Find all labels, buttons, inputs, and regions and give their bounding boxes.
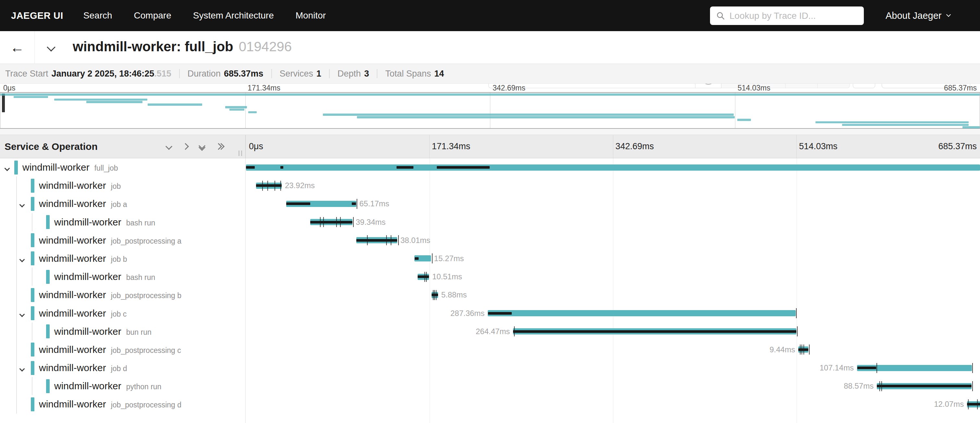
span-color-indicator — [31, 197, 34, 211]
timeline-column-header: Service & Operation 0μs171.34ms342.69ms5… — [0, 135, 980, 158]
chevron-down-icon — [946, 12, 950, 17]
span-name-row[interactable]: windmill-workerjob d — [0, 359, 245, 377]
tree-guide-line — [16, 250, 17, 268]
span-log-tick — [386, 235, 387, 245]
span-log-tick — [353, 217, 354, 227]
meta-label: Services — [280, 69, 313, 79]
meta-separator — [329, 69, 330, 78]
service-name: windmill-worker — [54, 323, 121, 340]
span-duration-label: 12.07ms — [934, 395, 964, 413]
critical-path-segment — [396, 166, 414, 169]
service-name: windmill-worker — [22, 158, 89, 177]
span-color-indicator — [46, 379, 50, 393]
minimap-span-row — [0, 101, 980, 103]
expand-all-button[interactable] — [216, 144, 224, 149]
expander-icon[interactable] — [20, 366, 24, 372]
span-name-row[interactable]: windmill-workerjob b — [0, 250, 245, 268]
expander-icon[interactable] — [20, 257, 24, 263]
expander-icon[interactable] — [5, 166, 9, 172]
about-jaeger-menu[interactable]: About Jaeger — [886, 0, 950, 31]
span-duration-label: 38.01ms — [401, 231, 430, 250]
minimap-span-bar — [86, 101, 142, 103]
span-name-row[interactable]: windmill-workerpython run — [0, 377, 245, 395]
trace-lookup-input[interactable] — [729, 11, 853, 21]
back-button[interactable]: ← — [0, 31, 35, 64]
span-name-row[interactable]: windmill-workerjob — [0, 177, 245, 195]
span-name-row[interactable]: windmill-workerjob_postprocessing d — [0, 395, 245, 413]
operation-name: bun run — [126, 323, 151, 341]
span-name-row[interactable]: windmill-workerjob c — [0, 304, 245, 323]
span-name-row[interactable]: windmill-workerjob a — [0, 195, 245, 213]
tree-guide-line — [16, 231, 17, 250]
span-duration-label: 39.34ms — [356, 213, 385, 231]
time-gridline — [429, 135, 430, 158]
minimap-span-bar — [323, 113, 733, 116]
collapse-all-button[interactable] — [200, 143, 204, 150]
trace-id: 0194296 — [239, 39, 292, 54]
app-brand[interactable]: JAEGER UI — [11, 10, 63, 21]
about-jaeger-label: About Jaeger — [886, 10, 942, 21]
span-log-tick — [433, 290, 434, 300]
tree-guide-line — [16, 195, 17, 213]
span-log-tick — [802, 345, 802, 355]
minimap-span-row — [0, 116, 980, 119]
nav-link-compare[interactable]: Compare — [134, 10, 171, 21]
minimap-span-bar — [148, 103, 202, 106]
minimap-span-bar — [248, 111, 257, 113]
meta-item: Trace StartJanuary 2 2025, 18:46:25.515 — [5, 69, 171, 79]
span-timeline-row: 65.17ms — [246, 195, 980, 213]
span-bar[interactable] — [246, 164, 980, 171]
operation-name: job_postprocessing a — [111, 232, 181, 250]
trace-collapse-toggle[interactable] — [48, 44, 54, 52]
expand-one-button[interactable] — [183, 144, 188, 149]
span-name-row[interactable]: windmill-workerfull_job — [0, 158, 245, 177]
critical-path-segment — [256, 184, 282, 187]
tree-guide-line — [32, 323, 32, 340]
span-name-row[interactable]: windmill-workerjob_postprocessing a — [0, 231, 245, 250]
span-log-tick — [425, 272, 425, 282]
operation-name: job_postprocessing c — [111, 341, 181, 359]
meta-value: 685.37ms — [224, 69, 264, 79]
operation-name: job b — [111, 250, 127, 268]
tree-guide-line — [16, 395, 17, 413]
collapse-one-button[interactable] — [167, 144, 171, 149]
span-name-row[interactable]: windmill-workerbash run — [0, 213, 245, 231]
span-name-row[interactable]: windmill-workerbun run — [0, 323, 245, 340]
minimap-span-bar — [225, 106, 247, 108]
span-name-row[interactable]: windmill-workerjob_postprocessing b — [0, 286, 245, 304]
time-tick-label: 171.34ms — [248, 84, 280, 92]
service-operation-header: Service & Operation — [0, 135, 246, 158]
span-log-tick — [881, 381, 882, 391]
critical-path-segment — [858, 367, 876, 369]
span-log-tick — [267, 181, 268, 191]
span-timeline-row: 5.88ms — [246, 286, 980, 304]
expander-icon[interactable] — [20, 312, 24, 318]
span-name-row[interactable]: windmill-workerbash run — [0, 268, 245, 286]
nav-link-search[interactable]: Search — [83, 10, 112, 21]
critical-path-segment — [877, 385, 972, 387]
critical-path-segment — [352, 202, 356, 205]
span-log-tick — [809, 345, 810, 355]
trace-title-text: windmill-worker: full_job — [73, 39, 233, 54]
trace-lookup-box[interactable] — [710, 6, 864, 25]
top-nav: JAEGER UI SearchCompareSystem Architectu… — [0, 0, 980, 31]
minimap-gap — [0, 129, 980, 135]
service-name: windmill-worker — [39, 359, 106, 377]
span-duration-label: 15.27ms — [434, 250, 464, 268]
chevron-down-icon — [165, 143, 172, 150]
time-gridline — [613, 135, 613, 158]
trace-meta-bar: Trace StartJanuary 2 2025, 18:46:25.515D… — [0, 64, 980, 84]
time-tick-label: 0μs — [3, 84, 16, 92]
expander-icon[interactable] — [20, 202, 24, 208]
span-bar[interactable] — [488, 310, 795, 316]
time-tick-label: 342.69ms — [616, 142, 654, 151]
span-log-tick — [391, 235, 391, 245]
trace-minimap[interactable] — [0, 92, 980, 129]
span-name-row[interactable]: windmill-workerjob_postprocessing c — [0, 340, 245, 359]
span-log-tick — [800, 345, 800, 355]
nav-link-monitor[interactable]: Monitor — [296, 10, 326, 21]
nav-link-system-architecture[interactable]: System Architecture — [193, 10, 274, 21]
column-resize-grip[interactable] — [239, 151, 242, 156]
span-color-indicator — [14, 161, 18, 175]
chevron-down-icon — [47, 43, 56, 52]
